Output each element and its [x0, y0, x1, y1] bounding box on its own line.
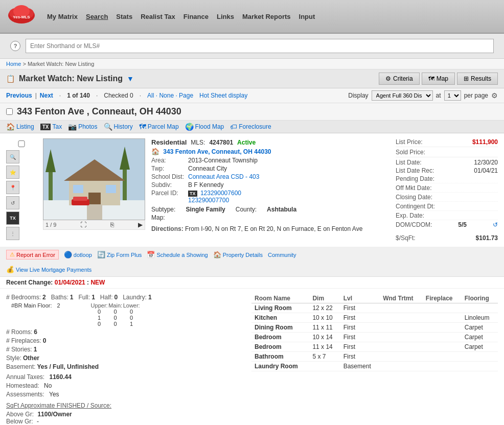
help-button[interactable]: ?: [10, 41, 20, 51]
laundry-value: 1: [148, 294, 152, 301]
search-input[interactable]: [26, 39, 494, 53]
breadcrumb-home[interactable]: Home: [6, 61, 21, 67]
tab-bar: 🏠 Listing TX Tax 📷 Photos 🔍 History 🗺 Pa…: [0, 121, 504, 133]
above-gr-value: 1100/Owner: [37, 411, 72, 418]
school-label: School Dist:: [151, 173, 184, 180]
star-icon[interactable]: ⭐: [6, 166, 19, 179]
nav-input[interactable]: Input: [299, 13, 315, 20]
tab-history[interactable]: 🔍 History: [104, 123, 133, 131]
extra-icon[interactable]: ⋮: [6, 227, 19, 240]
parcel-1-link[interactable]: 123290007600: [200, 190, 241, 197]
per-page-select[interactable]: 1: [444, 90, 461, 101]
tab-tax[interactable]: TX Tax: [40, 123, 62, 130]
rooms-table-header: Room Name Dim Lvl Wnd Trtmt Fireplace Fl…: [251, 294, 498, 303]
status-badge: Active: [237, 139, 256, 146]
schedule-showing-button[interactable]: 📅 Schedule a Showing: [147, 251, 208, 258]
style-value: Other: [23, 355, 39, 362]
closing-row: Closing Date:: [396, 194, 498, 202]
room-fireplace-3: [423, 333, 462, 342]
toolbar-nav: Previous | Next: [6, 92, 53, 99]
photo-counter: 1 / 9: [45, 222, 56, 228]
room-dim-5: 5 x 7: [309, 352, 340, 362]
top-nav: Yes-MLS My Matrix Search Stats Realist T…: [0, 0, 504, 34]
tab-foreclosure[interactable]: 🏷 Foreclosure: [230, 123, 271, 131]
recent-change-row: Recent Change: 01/04/2021 : NEW: [0, 277, 504, 288]
parcel-2-link[interactable]: 123290007700: [188, 197, 229, 204]
tx-icon[interactable]: TX: [6, 211, 19, 225]
room-dim-6: [309, 362, 340, 371]
room-wnd-6: [380, 362, 423, 371]
property-details-button[interactable]: 🏠 Property Details: [213, 251, 263, 258]
zoom-icon[interactable]: 🔍: [6, 150, 19, 163]
results-button[interactable]: ⊞ Results: [457, 73, 498, 85]
nav-market-reports[interactable]: Market Reports: [242, 13, 291, 20]
all-link[interactable]: All: [147, 92, 154, 99]
refresh-icon[interactable]: ↺: [6, 196, 19, 209]
photo-expand-button[interactable]: ⛶: [80, 221, 86, 228]
list-date-value: 12/30/20: [474, 159, 498, 166]
nav-finance[interactable]: Finance: [184, 13, 209, 20]
settings-gear-icon[interactable]: ⚙: [491, 91, 498, 100]
previous-button[interactable]: Previous: [6, 92, 32, 99]
tab-parcel-map[interactable]: 🗺 Parcel Map: [139, 123, 179, 131]
photo-copy-button[interactable]: ⎘: [110, 221, 114, 228]
breadcrumb-page: Market Watch: New Listing: [28, 61, 94, 67]
room-flooring-2: Carpet: [462, 323, 498, 333]
nav-stats[interactable]: Stats: [116, 13, 132, 20]
map-pin-icon[interactable]: 📍: [6, 181, 19, 194]
address-icon: 🏠: [151, 148, 159, 155]
room-lvl-0: First: [340, 303, 380, 313]
room-flooring-4: Carpet: [462, 342, 498, 352]
col-lvl: Lvl: [340, 294, 380, 303]
room-lvl-5: First: [340, 352, 380, 362]
tab-photos[interactable]: 📷 Photos: [68, 123, 97, 131]
basement-value: Yes / Full, Unfinished: [37, 363, 99, 370]
listing-address: 343 Fenton Ave , Conneaut, OH 44030: [17, 106, 181, 117]
property-photo[interactable]: [43, 138, 145, 220]
hot-sheet-button[interactable]: Hot Sheet display: [199, 92, 247, 99]
page-link[interactable]: Page: [179, 92, 193, 99]
list-date-row: List Date: 12/30/20: [396, 159, 498, 166]
room-flooring-3: Carpet: [462, 333, 498, 342]
breadcrumb: Home > Market Watch: New Listing: [0, 59, 504, 69]
school-link[interactable]: Conneaut Area CSD - 403: [188, 173, 259, 180]
dotloop-icon: 🔵: [64, 251, 72, 258]
nav-links[interactable]: Links: [217, 13, 234, 20]
listing-checkbox[interactable]: [6, 108, 13, 115]
tab-listing[interactable]: 🏠 Listing: [6, 123, 34, 131]
main-checkbox[interactable]: [6, 140, 37, 147]
photo-next-button[interactable]: ▶: [138, 221, 143, 228]
dom-row: DOM/CDOM: 5/5 ↺: [396, 221, 498, 228]
br-main-value: 2: [57, 302, 60, 327]
nav-search[interactable]: Search: [86, 13, 108, 20]
page-counter: 1 of 140: [67, 92, 90, 99]
yes-mls-logo: Yes-MLS: [6, 4, 37, 29]
zip-form-button[interactable]: 🔄 Zip Form Plus: [97, 251, 142, 258]
mortgage-button[interactable]: 💰 View Live Mortgage Payments: [6, 266, 498, 273]
school-value: Conneaut Area CSD - 403: [188, 173, 390, 180]
none-link[interactable]: None: [159, 92, 174, 99]
homestead-label: Homestead:: [6, 382, 39, 389]
zip-form-icon: 🔄: [97, 251, 105, 258]
display-select[interactable]: Agent Full 360 Dis: [372, 90, 433, 101]
list-date-rec-value: 01/04/21: [474, 167, 498, 174]
property-address-link[interactable]: 343 Fenton Ave, Conneaut, OH 44030: [163, 148, 271, 155]
sqft-price-row: $/SqFt: $101.73: [396, 234, 498, 242]
report-error-button[interactable]: ⚠ Report an Error: [6, 250, 59, 259]
next-button[interactable]: Next: [40, 92, 53, 99]
nav-my-matrix[interactable]: My Matrix: [47, 13, 78, 20]
tab-flood-map[interactable]: 🌍 Flood Map: [185, 123, 224, 131]
dotloop-button[interactable]: 🔵 dotloop: [64, 251, 92, 258]
assessments-label: Assessments:: [6, 391, 44, 398]
room-dim-1: 10 x 10: [309, 313, 340, 323]
fireplaces-value: 0: [43, 337, 47, 344]
title-dropdown-arrow[interactable]: ▼: [127, 75, 134, 83]
refresh-dom-icon[interactable]: ↺: [493, 221, 498, 228]
criteria-button[interactable]: ⚙ Criteria: [379, 73, 420, 85]
directions-value: From I-90, N on Rt 7, E on Rt 20, N on F…: [185, 225, 362, 232]
property-details-icon: 🏠: [213, 251, 221, 258]
community-button[interactable]: Community: [268, 252, 296, 258]
map-button[interactable]: 🗺 Map: [422, 73, 455, 85]
tab-foreclosure-label: Foreclosure: [239, 123, 271, 130]
nav-realist-tax[interactable]: Realist Tax: [141, 13, 175, 20]
